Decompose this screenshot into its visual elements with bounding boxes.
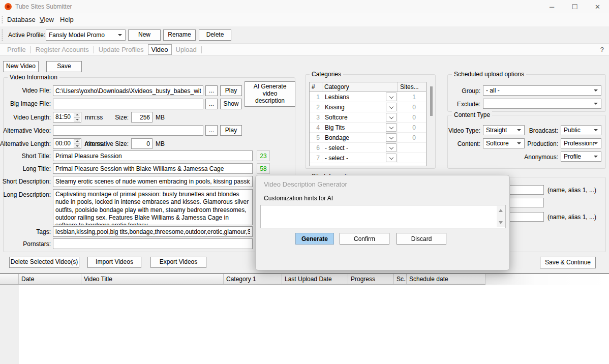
short-title-char-count: 23 xyxy=(257,150,270,161)
customization-hints-textarea[interactable] xyxy=(261,205,497,228)
spin-up-icon[interactable] xyxy=(74,113,80,117)
help-icon[interactable]: ? xyxy=(600,46,604,53)
category-row[interactable]: 2 Kissing 0 xyxy=(310,102,426,112)
category-row[interactable]: 7 - select - xyxy=(310,153,426,163)
video-grid-body[interactable] xyxy=(0,285,609,364)
chevron-down-icon[interactable] xyxy=(386,154,397,162)
category-row[interactable]: 3 Softcore 0 xyxy=(310,112,426,123)
delete-selected-videos-button[interactable]: Delete Selected Video(s) xyxy=(9,257,79,268)
group-select[interactable]: - all - xyxy=(483,85,601,96)
video-file-play-button[interactable]: Play xyxy=(220,85,242,96)
category-select[interactable]: Bondage xyxy=(322,133,398,142)
spin-up-icon[interactable] xyxy=(74,139,80,144)
tags-input[interactable] xyxy=(53,226,253,237)
delete-profile-button[interactable]: Delete xyxy=(199,29,231,41)
col-header-category1[interactable]: Category 1 xyxy=(224,274,282,284)
export-videos-button[interactable]: Export Videos xyxy=(150,257,206,268)
textarea-scrollbar[interactable] xyxy=(497,206,505,227)
alt-video-browse-button[interactable]: ... xyxy=(205,125,218,136)
category-row-number: 3 xyxy=(310,114,322,121)
tab-upload[interactable]: Upload xyxy=(172,45,201,54)
menu-help[interactable]: Help xyxy=(60,16,74,23)
maximize-icon[interactable]: ☐ xyxy=(563,0,586,14)
chevron-down-icon[interactable] xyxy=(386,123,397,132)
big-image-input[interactable] xyxy=(53,99,203,109)
short-description-input[interactable] xyxy=(53,176,253,187)
anonymous-select[interactable]: Profile xyxy=(561,151,601,162)
scroll-up-icon[interactable] xyxy=(499,209,503,212)
minimize-icon[interactable]: ─ xyxy=(540,0,563,14)
alt-video-play-button[interactable]: Play xyxy=(220,125,242,136)
col-header-sites[interactable]: Sites... xyxy=(398,82,418,92)
menu-grip-handle[interactable] xyxy=(2,16,3,24)
ai-generate-description-button[interactable]: AI Generate video description xyxy=(245,81,295,107)
long-title-input[interactable] xyxy=(53,163,253,174)
category-row[interactable]: 5 Bondage 0 xyxy=(310,133,426,143)
video-length-stepper[interactable]: 81:50 xyxy=(53,112,81,123)
active-profile-select[interactable]: Fansly Model Promo xyxy=(46,29,126,41)
size-input[interactable] xyxy=(131,112,153,123)
spin-down-icon[interactable] xyxy=(74,144,80,148)
col-header-last-upload-date[interactable]: Last Upload Date xyxy=(282,274,348,284)
category-row[interactable]: 4 Big Tits 0 xyxy=(310,123,426,133)
pornstars-input[interactable] xyxy=(53,238,253,249)
video-file-browse-button[interactable]: ... xyxy=(205,85,218,96)
alt-size-input[interactable] xyxy=(131,138,153,149)
spinner-icons[interactable] xyxy=(74,113,80,122)
new-profile-button[interactable]: New xyxy=(128,29,161,41)
generate-button[interactable]: Generate xyxy=(295,233,334,245)
confirm-button[interactable]: Confirm xyxy=(340,233,389,245)
spin-down-icon[interactable] xyxy=(74,117,80,122)
category-select[interactable]: - select - xyxy=(322,153,398,163)
short-title-input[interactable] xyxy=(53,150,253,161)
category-row[interactable]: 1 Lesbians 1 xyxy=(310,92,426,102)
production-select[interactable]: Professional xyxy=(561,138,601,148)
long-description-textarea[interactable]: Captivating montage of primal passion: b… xyxy=(53,189,253,225)
big-image-browse-button[interactable]: ... xyxy=(205,99,218,109)
video-file-input[interactable] xyxy=(53,85,203,96)
tab-register-accounts[interactable]: Register Accounts xyxy=(32,45,93,54)
col-header-sc[interactable]: Sc... xyxy=(394,274,407,284)
tab-update-profiles[interactable]: Update Profiles xyxy=(95,45,148,54)
toolbar-grip-handle[interactable] xyxy=(2,29,3,41)
col-header-category[interactable]: Category xyxy=(322,82,398,92)
save-continue-button[interactable]: Save & Continue xyxy=(540,257,596,268)
chevron-down-icon[interactable] xyxy=(386,103,397,111)
tab-profile[interactable]: Profile xyxy=(3,45,30,54)
new-video-button[interactable]: New Video xyxy=(3,61,39,72)
category-select[interactable]: - select - xyxy=(322,143,398,153)
col-header-date[interactable]: Date xyxy=(19,274,81,284)
rename-profile-button[interactable]: Rename xyxy=(163,29,196,41)
chevron-down-icon[interactable] xyxy=(386,93,397,101)
col-header-schedule-date[interactable]: Schedule date xyxy=(407,274,485,284)
col-header-video-title[interactable]: Video Title xyxy=(81,274,224,284)
content-select[interactable]: Softcore xyxy=(483,138,525,148)
menu-view[interactable]: View xyxy=(40,16,54,23)
alt-video-input[interactable] xyxy=(53,125,203,136)
col-header-select[interactable] xyxy=(0,274,19,284)
close-icon[interactable]: ✕ xyxy=(586,0,609,14)
category-row[interactable]: 6 - select - xyxy=(310,143,426,153)
scroll-down-icon[interactable] xyxy=(499,221,503,224)
discard-button[interactable]: Discard xyxy=(397,233,446,245)
spinner-icons[interactable] xyxy=(74,139,80,148)
col-header-progress[interactable]: Progress xyxy=(348,274,394,284)
broadcast-select[interactable]: Public xyxy=(561,125,601,135)
menu-database[interactable]: Database xyxy=(7,16,36,23)
big-image-show-button[interactable]: Show xyxy=(220,99,242,109)
category-select[interactable]: Kissing xyxy=(322,102,398,112)
chevron-down-icon[interactable] xyxy=(386,143,397,152)
save-button[interactable]: Save xyxy=(46,61,82,72)
chevron-down-icon[interactable] xyxy=(386,133,397,142)
import-videos-button[interactable]: Import Videos xyxy=(87,257,141,268)
chevron-down-icon xyxy=(594,129,598,131)
category-select[interactable]: Big Tits xyxy=(322,123,398,132)
video-type-select[interactable]: Straight xyxy=(483,125,525,135)
chevron-down-icon[interactable] xyxy=(386,113,397,122)
category-select[interactable]: Lesbians xyxy=(322,92,398,102)
tab-video[interactable]: Video xyxy=(148,44,172,55)
category-select[interactable]: Softcore xyxy=(322,112,398,122)
col-header-number[interactable]: # xyxy=(310,82,322,92)
exclude-select[interactable] xyxy=(483,99,601,109)
alt-length-stepper[interactable]: 00:00 xyxy=(53,138,81,149)
